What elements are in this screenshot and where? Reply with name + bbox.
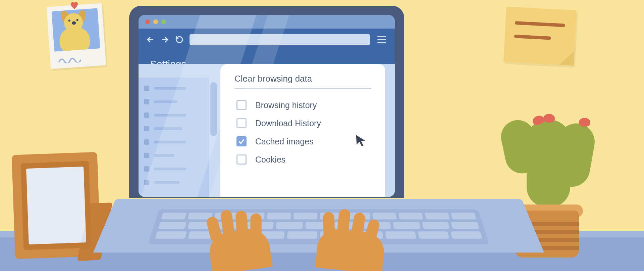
browser-toolbar <box>139 29 395 51</box>
reload-button[interactable] <box>175 36 183 44</box>
page-content: Clear browsing data Browsing history Dow… <box>139 64 395 197</box>
generic-icon <box>144 112 149 118</box>
polaroid-scribble-icon <box>58 56 89 64</box>
divider <box>234 88 371 89</box>
option-label: Download History <box>255 119 321 128</box>
hamburger-icon <box>377 36 386 37</box>
option-cached-images[interactable]: Cached images <box>234 132 371 150</box>
browser-window: Settings <box>139 15 395 197</box>
option-label: Cached images <box>255 137 314 146</box>
option-cookies[interactable]: Cookies <box>234 150 371 169</box>
sidebar-item[interactable] <box>144 153 204 158</box>
arrow-right-icon <box>161 35 169 44</box>
illustration-scene: Settings <box>0 0 644 271</box>
check-icon <box>238 138 245 145</box>
polaroid-photo <box>47 3 106 69</box>
generic-icon <box>144 99 149 104</box>
picture-frame <box>12 152 101 259</box>
sidebar-item[interactable] <box>144 86 204 91</box>
checkbox-unchecked-icon[interactable] <box>236 154 247 165</box>
checkbox-checked-icon[interactable] <box>236 136 247 146</box>
checkbox-unchecked-icon[interactable] <box>236 100 247 110</box>
keyboard <box>148 209 489 244</box>
arrow-left-icon <box>146 35 155 44</box>
cursor-icon <box>354 133 367 147</box>
laptop-screen: Settings <box>139 15 395 197</box>
sidebar-item[interactable] <box>144 126 204 131</box>
sidebar-item[interactable] <box>144 99 204 104</box>
generic-icon <box>144 139 149 145</box>
polaroid-image <box>52 8 100 51</box>
generic-icon <box>144 180 149 185</box>
generic-icon <box>144 126 149 131</box>
laptop-lid: Settings <box>129 6 404 198</box>
address-bar[interactable] <box>190 34 370 45</box>
menu-button[interactable] <box>376 35 387 45</box>
dialog-title: Clear browsing data <box>234 74 371 84</box>
option-label: Browsing history <box>255 100 317 110</box>
generic-icon <box>144 86 149 91</box>
sidebar-item[interactable] <box>144 112 204 118</box>
sidebar-item[interactable] <box>144 180 204 185</box>
sidebar-scrollbar[interactable] <box>210 82 217 136</box>
sidebar-item[interactable] <box>144 166 204 172</box>
clear-browsing-data-dialog: Clear browsing data Browsing history Dow… <box>220 64 385 197</box>
window-minimize-icon[interactable] <box>153 19 158 24</box>
window-titlebar <box>139 15 395 29</box>
option-label: Cookies <box>255 155 285 165</box>
laptop: Settings <box>116 6 522 271</box>
reload-icon <box>175 36 183 44</box>
generic-icon <box>144 153 149 158</box>
window-maximize-icon[interactable] <box>161 19 166 24</box>
settings-sidebar <box>139 78 209 197</box>
checkbox-unchecked-icon[interactable] <box>236 118 247 128</box>
option-browsing-history[interactable]: Browsing history <box>234 96 371 114</box>
forward-button[interactable] <box>161 35 169 44</box>
hand-right <box>315 227 386 271</box>
back-button[interactable] <box>146 35 155 44</box>
sidebar-item[interactable] <box>144 139 204 145</box>
window-close-icon[interactable] <box>145 19 150 24</box>
option-download-history[interactable]: Download History <box>234 114 371 132</box>
generic-icon <box>144 166 149 172</box>
